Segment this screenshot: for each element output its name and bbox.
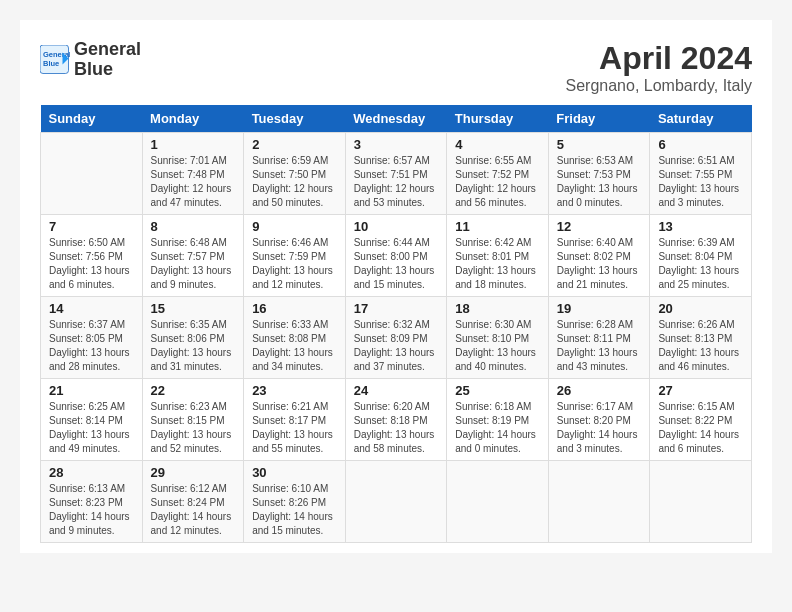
day-info: Sunrise: 6:35 AM Sunset: 8:06 PM Dayligh…	[151, 318, 236, 374]
day-number: 3	[354, 137, 439, 152]
logo-icon: General Blue	[40, 45, 70, 75]
calendar-cell: 1Sunrise: 7:01 AM Sunset: 7:48 PM Daylig…	[142, 133, 244, 215]
day-number: 26	[557, 383, 642, 398]
day-number: 16	[252, 301, 337, 316]
calendar-cell: 22Sunrise: 6:23 AM Sunset: 8:15 PM Dayli…	[142, 379, 244, 461]
day-info: Sunrise: 6:33 AM Sunset: 8:08 PM Dayligh…	[252, 318, 337, 374]
day-info: Sunrise: 6:42 AM Sunset: 8:01 PM Dayligh…	[455, 236, 540, 292]
calendar-week-row: 7Sunrise: 6:50 AM Sunset: 7:56 PM Daylig…	[41, 215, 752, 297]
calendar-cell: 7Sunrise: 6:50 AM Sunset: 7:56 PM Daylig…	[41, 215, 143, 297]
calendar-cell	[345, 461, 447, 543]
day-info: Sunrise: 6:37 AM Sunset: 8:05 PM Dayligh…	[49, 318, 134, 374]
day-number: 4	[455, 137, 540, 152]
col-saturday: Saturday	[650, 105, 752, 133]
day-info: Sunrise: 6:15 AM Sunset: 8:22 PM Dayligh…	[658, 400, 743, 456]
day-info: Sunrise: 6:26 AM Sunset: 8:13 PM Dayligh…	[658, 318, 743, 374]
calendar-cell: 6Sunrise: 6:51 AM Sunset: 7:55 PM Daylig…	[650, 133, 752, 215]
col-friday: Friday	[548, 105, 650, 133]
day-number: 27	[658, 383, 743, 398]
day-info: Sunrise: 6:55 AM Sunset: 7:52 PM Dayligh…	[455, 154, 540, 210]
day-number: 23	[252, 383, 337, 398]
calendar-week-row: 14Sunrise: 6:37 AM Sunset: 8:05 PM Dayli…	[41, 297, 752, 379]
calendar-cell: 5Sunrise: 6:53 AM Sunset: 7:53 PM Daylig…	[548, 133, 650, 215]
day-number: 6	[658, 137, 743, 152]
day-number: 19	[557, 301, 642, 316]
day-number: 11	[455, 219, 540, 234]
day-info: Sunrise: 6:12 AM Sunset: 8:24 PM Dayligh…	[151, 482, 236, 538]
day-number: 12	[557, 219, 642, 234]
logo-text: General Blue	[74, 40, 141, 80]
calendar-cell	[447, 461, 549, 543]
day-number: 18	[455, 301, 540, 316]
day-number: 2	[252, 137, 337, 152]
day-number: 30	[252, 465, 337, 480]
day-info: Sunrise: 6:48 AM Sunset: 7:57 PM Dayligh…	[151, 236, 236, 292]
calendar-cell: 15Sunrise: 6:35 AM Sunset: 8:06 PM Dayli…	[142, 297, 244, 379]
calendar-cell: 21Sunrise: 6:25 AM Sunset: 8:14 PM Dayli…	[41, 379, 143, 461]
day-number: 14	[49, 301, 134, 316]
calendar-cell: 8Sunrise: 6:48 AM Sunset: 7:57 PM Daylig…	[142, 215, 244, 297]
day-info: Sunrise: 6:17 AM Sunset: 8:20 PM Dayligh…	[557, 400, 642, 456]
day-number: 17	[354, 301, 439, 316]
day-number: 22	[151, 383, 236, 398]
calendar-cell	[41, 133, 143, 215]
day-number: 29	[151, 465, 236, 480]
calendar-cell: 27Sunrise: 6:15 AM Sunset: 8:22 PM Dayli…	[650, 379, 752, 461]
calendar-cell: 9Sunrise: 6:46 AM Sunset: 7:59 PM Daylig…	[244, 215, 346, 297]
day-number: 28	[49, 465, 134, 480]
calendar-cell: 19Sunrise: 6:28 AM Sunset: 8:11 PM Dayli…	[548, 297, 650, 379]
calendar-cell: 30Sunrise: 6:10 AM Sunset: 8:26 PM Dayli…	[244, 461, 346, 543]
col-monday: Monday	[142, 105, 244, 133]
day-number: 5	[557, 137, 642, 152]
day-number: 21	[49, 383, 134, 398]
day-info: Sunrise: 6:30 AM Sunset: 8:10 PM Dayligh…	[455, 318, 540, 374]
day-info: Sunrise: 6:32 AM Sunset: 8:09 PM Dayligh…	[354, 318, 439, 374]
day-info: Sunrise: 6:20 AM Sunset: 8:18 PM Dayligh…	[354, 400, 439, 456]
calendar-cell: 4Sunrise: 6:55 AM Sunset: 7:52 PM Daylig…	[447, 133, 549, 215]
calendar-cell: 14Sunrise: 6:37 AM Sunset: 8:05 PM Dayli…	[41, 297, 143, 379]
day-info: Sunrise: 6:21 AM Sunset: 8:17 PM Dayligh…	[252, 400, 337, 456]
calendar-cell: 12Sunrise: 6:40 AM Sunset: 8:02 PM Dayli…	[548, 215, 650, 297]
title-area: April 2024 Sergnano, Lombardy, Italy	[566, 40, 752, 95]
calendar-cell: 26Sunrise: 6:17 AM Sunset: 8:20 PM Dayli…	[548, 379, 650, 461]
day-info: Sunrise: 6:57 AM Sunset: 7:51 PM Dayligh…	[354, 154, 439, 210]
header-area: General Blue General Blue April 2024 Ser…	[40, 40, 752, 95]
day-info: Sunrise: 6:28 AM Sunset: 8:11 PM Dayligh…	[557, 318, 642, 374]
calendar-cell: 24Sunrise: 6:20 AM Sunset: 8:18 PM Dayli…	[345, 379, 447, 461]
col-thursday: Thursday	[447, 105, 549, 133]
day-number: 10	[354, 219, 439, 234]
calendar-cell: 20Sunrise: 6:26 AM Sunset: 8:13 PM Dayli…	[650, 297, 752, 379]
calendar-cell: 28Sunrise: 6:13 AM Sunset: 8:23 PM Dayli…	[41, 461, 143, 543]
main-container: General Blue General Blue April 2024 Ser…	[20, 20, 772, 553]
col-tuesday: Tuesday	[244, 105, 346, 133]
calendar-cell: 3Sunrise: 6:57 AM Sunset: 7:51 PM Daylig…	[345, 133, 447, 215]
day-info: Sunrise: 6:44 AM Sunset: 8:00 PM Dayligh…	[354, 236, 439, 292]
day-number: 13	[658, 219, 743, 234]
day-info: Sunrise: 6:23 AM Sunset: 8:15 PM Dayligh…	[151, 400, 236, 456]
day-info: Sunrise: 6:50 AM Sunset: 7:56 PM Dayligh…	[49, 236, 134, 292]
day-number: 9	[252, 219, 337, 234]
day-info: Sunrise: 6:53 AM Sunset: 7:53 PM Dayligh…	[557, 154, 642, 210]
day-number: 15	[151, 301, 236, 316]
day-info: Sunrise: 6:18 AM Sunset: 8:19 PM Dayligh…	[455, 400, 540, 456]
day-number: 25	[455, 383, 540, 398]
day-number: 1	[151, 137, 236, 152]
page-subtitle: Sergnano, Lombardy, Italy	[566, 77, 752, 95]
calendar-cell: 2Sunrise: 6:59 AM Sunset: 7:50 PM Daylig…	[244, 133, 346, 215]
day-number: 24	[354, 383, 439, 398]
calendar-cell: 17Sunrise: 6:32 AM Sunset: 8:09 PM Dayli…	[345, 297, 447, 379]
calendar-cell: 23Sunrise: 6:21 AM Sunset: 8:17 PM Dayli…	[244, 379, 346, 461]
day-info: Sunrise: 7:01 AM Sunset: 7:48 PM Dayligh…	[151, 154, 236, 210]
day-info: Sunrise: 6:10 AM Sunset: 8:26 PM Dayligh…	[252, 482, 337, 538]
calendar-cell: 16Sunrise: 6:33 AM Sunset: 8:08 PM Dayli…	[244, 297, 346, 379]
calendar-header-row: Sunday Monday Tuesday Wednesday Thursday…	[41, 105, 752, 133]
calendar-table: Sunday Monday Tuesday Wednesday Thursday…	[40, 105, 752, 543]
day-number: 20	[658, 301, 743, 316]
col-sunday: Sunday	[41, 105, 143, 133]
day-info: Sunrise: 6:39 AM Sunset: 8:04 PM Dayligh…	[658, 236, 743, 292]
col-wednesday: Wednesday	[345, 105, 447, 133]
calendar-cell: 25Sunrise: 6:18 AM Sunset: 8:19 PM Dayli…	[447, 379, 549, 461]
day-info: Sunrise: 6:40 AM Sunset: 8:02 PM Dayligh…	[557, 236, 642, 292]
day-info: Sunrise: 6:13 AM Sunset: 8:23 PM Dayligh…	[49, 482, 134, 538]
day-info: Sunrise: 6:25 AM Sunset: 8:14 PM Dayligh…	[49, 400, 134, 456]
